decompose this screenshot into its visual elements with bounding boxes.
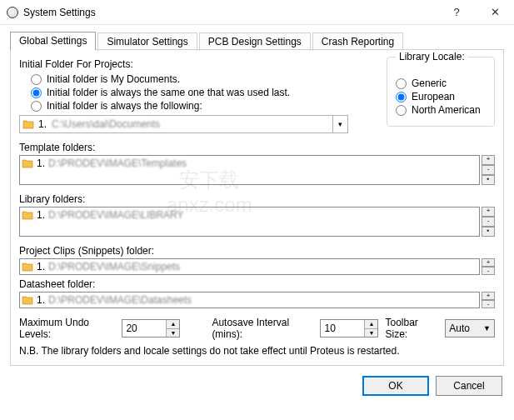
toolbar-size-label: Toolbar Size: [385, 317, 438, 340]
dropdown-icon[interactable]: ▾ [332, 116, 347, 132]
list-item-path: D:\PRODEV\IMAGE\Templates [48, 158, 187, 169]
locale-na-radio[interactable] [396, 105, 407, 116]
close-button[interactable]: ✕ [476, 0, 514, 25]
dialog-buttons: OK Cancel [0, 369, 514, 404]
datasheet-folder-controls: + - [482, 292, 495, 308]
add-button[interactable]: + [482, 155, 495, 165]
more-button[interactable]: ▪ [482, 175, 495, 185]
tab-bar: Global Settings Simulator Settings PCB D… [10, 32, 504, 50]
initial-folder-group: Initial Folder For Projects: Initial fol… [19, 58, 348, 133]
toolbar-size-select[interactable]: Auto ▼ [445, 319, 495, 338]
remove-button[interactable]: - [482, 300, 495, 308]
tab-pcb-design-settings[interactable]: PCB Design Settings [199, 32, 311, 51]
datasheet-folder-label: Datasheet folder: [19, 278, 495, 290]
tab-panel-global: Library Locale: Generic European North A… [10, 49, 504, 366]
folder-icon [20, 116, 37, 132]
list-item[interactable]: 1. D:\PRODEV\IMAGE\LIBRARY [20, 208, 479, 222]
locale-european[interactable]: European [396, 91, 486, 102]
tab-simulator-settings[interactable]: Simulator Settings [97, 32, 197, 51]
undo-field[interactable] [122, 320, 166, 337]
locale-european-radio[interactable] [396, 92, 407, 102]
restart-note: N.B. The library folders and locale sett… [19, 345, 495, 357]
more-button[interactable]: ▪ [482, 227, 495, 237]
initial-folder-last[interactable]: Initial folder is always the same one th… [19, 87, 348, 98]
datasheet-folder-list[interactable]: 1. D:\PRODEV\IMAGE\Datasheets [19, 292, 480, 308]
spin-down-icon[interactable]: ▼ [365, 329, 377, 338]
chevron-down-icon: ▼ [483, 324, 491, 332]
tab-global-settings[interactable]: Global Settings [10, 32, 96, 50]
list-item-index: 1. [37, 158, 45, 169]
locale-european-label: European [412, 91, 455, 102]
undo-label: Maximum Undo Levels: [19, 317, 115, 340]
tab-crash-reporting[interactable]: Crash Reporting [312, 32, 403, 51]
list-item[interactable]: 1. D:\PRODEV\IMAGE\Templates [20, 156, 479, 171]
locale-na-label: North American [412, 104, 481, 116]
list-item-index: 1. [37, 294, 45, 306]
spin-up-icon[interactable]: ▲ [365, 320, 377, 329]
autosave-input[interactable]: ▲ ▼ [320, 319, 378, 338]
ok-button[interactable]: OK [362, 376, 429, 396]
list-item-index: 1. [37, 209, 45, 221]
initial-folder-mydocs[interactable]: Initial folder is My Documents. [19, 73, 348, 85]
list-item-path: D:\PRODEV\IMAGE\Datasheets [48, 294, 192, 306]
cancel-button[interactable]: Cancel [436, 376, 502, 396]
add-button[interactable]: + [482, 207, 495, 217]
initial-folder-last-label: Initial folder is always the same one th… [47, 87, 290, 98]
library-folders-list[interactable]: 1. D:\PRODEV\IMAGE\LIBRARY [19, 207, 480, 237]
remove-button[interactable]: - [482, 267, 495, 275]
titlebar: System Settings ? ✕ [0, 0, 514, 25]
library-folders-controls: + - ▪ [482, 207, 495, 237]
initial-folder-mydocs-radio[interactable] [31, 74, 42, 85]
snippets-folder-label: Project Clips (Snippets) folder: [19, 245, 495, 257]
list-item[interactable]: 1. D:\PRODEV\IMAGE\Snippets [20, 259, 479, 274]
library-folders-label: Library folders: [19, 193, 495, 205]
list-item[interactable]: 1. D:\PRODEV\IMAGE\Datasheets [20, 292, 479, 308]
template-folders-controls: + - ▪ [482, 155, 495, 185]
remove-button[interactable]: - [482, 217, 495, 227]
add-button[interactable]: + [482, 292, 495, 300]
locale-generic-radio[interactable] [396, 78, 407, 89]
spin-down-icon[interactable]: ▼ [167, 329, 179, 338]
library-locale-group: Library Locale: Generic European North A… [387, 57, 495, 127]
template-folders-list[interactable]: 1. D:\PRODEV\IMAGE\Templates [19, 155, 480, 185]
initial-folder-last-radio[interactable] [31, 88, 42, 98]
template-folders-label: Template folders: [19, 142, 495, 153]
autosave-field[interactable] [321, 320, 364, 337]
spin-up-icon[interactable]: ▲ [167, 320, 179, 329]
initial-folder-index: 1. [37, 116, 48, 132]
initial-folder-mydocs-label: Initial folder is My Documents. [47, 73, 180, 85]
initial-folder-following-label: Initial folder is always the following: [47, 100, 202, 112]
locale-north-american[interactable]: North American [396, 104, 486, 116]
locale-generic[interactable]: Generic [396, 78, 486, 89]
app-icon [7, 7, 18, 18]
snippets-folder-list[interactable]: 1. D:\PRODEV\IMAGE\Snippets [19, 258, 480, 275]
initial-folder-following[interactable]: Initial folder is always the following: [19, 100, 348, 112]
undo-input[interactable]: ▲ ▼ [122, 319, 180, 338]
locale-generic-label: Generic [412, 78, 447, 89]
initial-folder-picker[interactable]: 1. C:\Users\dai\Documents ▾ [19, 115, 348, 133]
remove-button[interactable]: - [482, 165, 495, 175]
help-button[interactable]: ? [437, 0, 476, 25]
list-item-path: D:\PRODEV\IMAGE\LIBRARY [48, 209, 184, 221]
initial-folder-following-radio[interactable] [31, 101, 42, 112]
list-item-path: D:\PRODEV\IMAGE\Snippets [48, 261, 180, 272]
autosave-label: Autosave Interval (mins): [212, 317, 313, 340]
add-button[interactable]: + [482, 258, 495, 267]
toolbar-size-value: Auto [449, 322, 470, 334]
initial-folder-path: C:\Users\dai\Documents [48, 116, 332, 132]
initial-folder-label: Initial Folder For Projects: [19, 58, 348, 70]
snippets-folder-controls: + - [482, 258, 495, 275]
list-item-index: 1. [37, 261, 45, 272]
library-locale-label: Library Locale: [396, 51, 468, 62]
window-title: System Settings [23, 7, 437, 18]
